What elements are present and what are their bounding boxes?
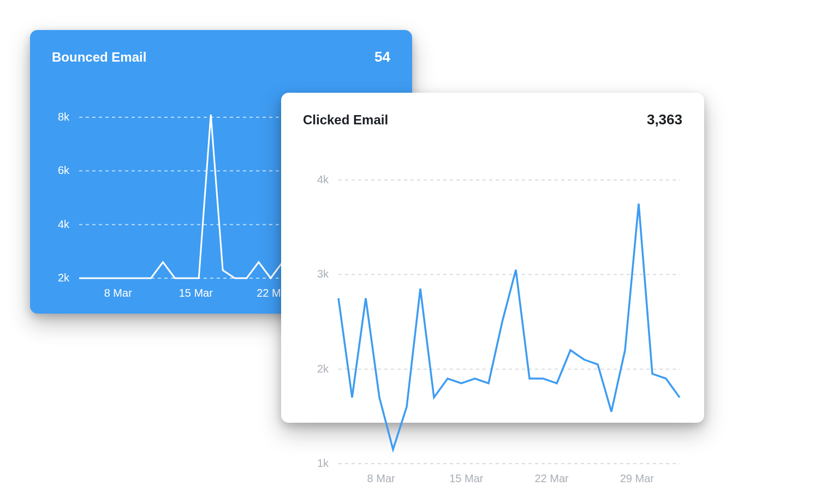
clicked-chart: 1k2k3k4k8 Mar15 Mar22 Mar29 Mar — [306, 175, 685, 491]
y-tick-label: 3k — [317, 268, 329, 280]
y-tick-label: 6k — [58, 164, 70, 176]
bounced-value: 54 — [374, 49, 390, 65]
clicked-value: 3,363 — [647, 111, 682, 128]
y-tick-label: 2k — [317, 363, 329, 375]
y-tick-label: 2k — [58, 272, 70, 284]
clicked-email-card: Clicked Email 3,363 1k2k3k4k8 Mar15 Mar2… — [281, 93, 704, 423]
bounced-title: Bounced Email — [52, 50, 146, 65]
x-tick-label: 8 Mar — [104, 287, 132, 299]
x-tick-label: 15 Mar — [179, 287, 213, 299]
y-tick-label: 8k — [58, 112, 70, 123]
clicked-title: Clicked Email — [303, 112, 388, 128]
y-tick-label: 1k — [317, 457, 329, 469]
x-tick-label: 29 Mar — [620, 472, 655, 484]
y-tick-label: 4k — [58, 218, 70, 230]
chart-line — [338, 203, 680, 449]
x-tick-label: 15 Mar — [449, 472, 484, 484]
x-tick-label: 8 Mar — [367, 472, 395, 484]
x-tick-label: 22 Mar — [535, 472, 569, 484]
y-tick-label: 4k — [317, 175, 329, 185]
